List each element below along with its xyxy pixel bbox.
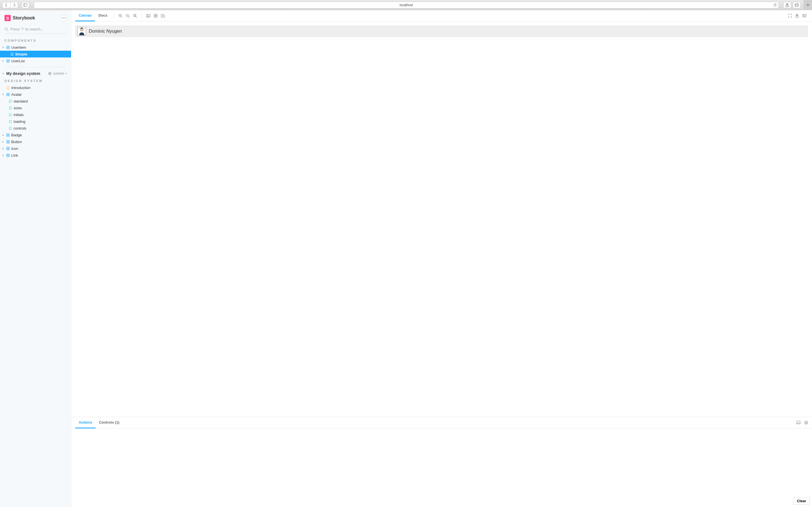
- tab-actions[interactable]: Actions: [75, 417, 96, 429]
- tree-label: Simple: [15, 52, 28, 56]
- clear-button[interactable]: Clear: [793, 497, 810, 505]
- svg-rect-53: [156, 14, 157, 15]
- zoom-in-button[interactable]: [117, 12, 124, 20]
- grid-icon: [154, 14, 157, 17]
- svg-rect-4: [796, 3, 799, 6]
- svg-rect-16: [6, 61, 8, 62]
- avatar: [78, 27, 86, 36]
- svg-rect-17: [8, 61, 9, 62]
- svg-point-6: [63, 18, 64, 18]
- tab-canvas[interactable]: Canvas: [75, 10, 95, 21]
- chevron-left-icon: [5, 3, 8, 7]
- fullscreen-button[interactable]: [786, 12, 794, 20]
- svg-rect-28: [8, 135, 9, 136]
- svg-rect-31: [6, 142, 8, 143]
- story-icon: [8, 100, 12, 103]
- ellipsis-icon: [62, 17, 65, 18]
- search-field[interactable]: [4, 26, 66, 34]
- tabs-button[interactable]: [793, 2, 801, 8]
- forward-button[interactable]: [10, 2, 18, 8]
- svg-rect-40: [8, 156, 9, 157]
- tree-story-initials[interactable]: initials: [0, 111, 71, 118]
- refresh-icon[interactable]: [773, 3, 777, 7]
- person-icon: [78, 27, 86, 35]
- svg-line-46: [129, 16, 130, 17]
- svg-rect-37: [6, 154, 8, 155]
- background-button[interactable]: [145, 12, 152, 20]
- fullscreen-icon: [788, 14, 792, 17]
- tree-component-icon[interactable]: ▸ Icon: [0, 145, 71, 152]
- tree-story-controls[interactable]: controls: [0, 125, 71, 131]
- chevron-right-icon: ▸: [2, 147, 4, 150]
- sidebar-toggle-button[interactable]: [21, 2, 29, 8]
- copy-link-button[interactable]: [801, 12, 808, 20]
- tree-label: standard: [13, 99, 28, 103]
- plus-icon: [806, 3, 809, 6]
- tab-controls[interactable]: Controls (1): [96, 417, 123, 429]
- project-name[interactable]: My design system: [6, 71, 47, 76]
- component-icon: [6, 46, 10, 49]
- tree-doc-introduction[interactable]: Introduction: [0, 84, 71, 91]
- panel-icon: [797, 421, 801, 424]
- panel-orientation-button[interactable]: [797, 421, 801, 425]
- tree-story-standard[interactable]: standard: [0, 98, 71, 105]
- svg-rect-15: [8, 59, 9, 61]
- tree-component-userlist[interactable]: ▸ UserList: [0, 57, 71, 64]
- chevron-down-icon: ▾: [2, 93, 4, 96]
- tree-component-avatar[interactable]: ▾ Avatar: [0, 91, 71, 98]
- back-button[interactable]: [2, 2, 10, 8]
- chevron-right-icon: ▸: [2, 133, 4, 136]
- tree-component-badge[interactable]: ▸ Badge: [0, 131, 71, 138]
- zoom-out-button[interactable]: [124, 12, 132, 20]
- tree-label: controls: [13, 126, 27, 130]
- tree-component-useritem[interactable]: ▾ UserItem: [0, 44, 71, 51]
- chevron-right-icon: ▸: [2, 59, 4, 62]
- sidebar: S Storybook COMPONENTS ▾ UserItem Simpl: [0, 10, 71, 507]
- tree-story-loading[interactable]: loading: [0, 118, 71, 125]
- svg-rect-10: [6, 46, 8, 47]
- address-bar[interactable]: localhost: [34, 2, 779, 8]
- svg-rect-21: [6, 93, 8, 94]
- svg-line-49: [136, 16, 137, 17]
- new-tab-button[interactable]: [804, 0, 812, 10]
- svg-point-51: [147, 15, 148, 15]
- tree-component-button[interactable]: ▸ Button: [0, 138, 71, 145]
- tab-docs[interactable]: Docs: [95, 10, 111, 21]
- sidebar-icon: [23, 3, 28, 6]
- viewport-button[interactable]: [159, 12, 167, 20]
- svg-rect-34: [8, 147, 9, 148]
- copy-icon: [802, 14, 806, 17]
- chevron-down-icon[interactable]: ▾: [2, 72, 4, 75]
- share-button[interactable]: [783, 2, 791, 8]
- user-item: Dominic Nyugen: [75, 25, 808, 37]
- brand[interactable]: S Storybook: [4, 15, 35, 21]
- close-circle-icon: [804, 421, 808, 425]
- search-input[interactable]: [10, 27, 66, 31]
- chevron-down-icon: ▾: [2, 46, 4, 49]
- svg-rect-24: [8, 95, 9, 96]
- component-icon: [6, 154, 10, 157]
- svg-point-7: [64, 18, 65, 18]
- tree-label: UserList: [11, 59, 25, 63]
- story-icon: [8, 107, 12, 110]
- image-icon: [146, 14, 150, 17]
- grid-button[interactable]: [152, 12, 159, 20]
- tree-component-link[interactable]: ▸ Link: [0, 152, 71, 159]
- version-selector[interactable]: current: [53, 71, 67, 75]
- tree-story-sizes[interactable]: sizes: [0, 105, 71, 111]
- svg-rect-35: [6, 149, 8, 150]
- svg-line-42: [121, 16, 122, 17]
- open-isolated-button[interactable]: [794, 12, 801, 20]
- zoom-reset-button[interactable]: [132, 12, 139, 20]
- svg-rect-57: [163, 15, 165, 17]
- url-text: localhost: [400, 3, 413, 7]
- addons-content: [71, 429, 812, 507]
- globe-icon: [48, 72, 52, 75]
- tree-story-simple[interactable]: Simple: [0, 51, 71, 57]
- viewport-icon: [161, 14, 165, 17]
- toolbar: Canvas Docs: [71, 10, 812, 21]
- close-panel-button[interactable]: [804, 421, 808, 425]
- sidebar-menu-button[interactable]: [60, 15, 67, 21]
- svg-rect-23: [6, 95, 8, 96]
- storybook-logo-icon: S: [4, 15, 11, 21]
